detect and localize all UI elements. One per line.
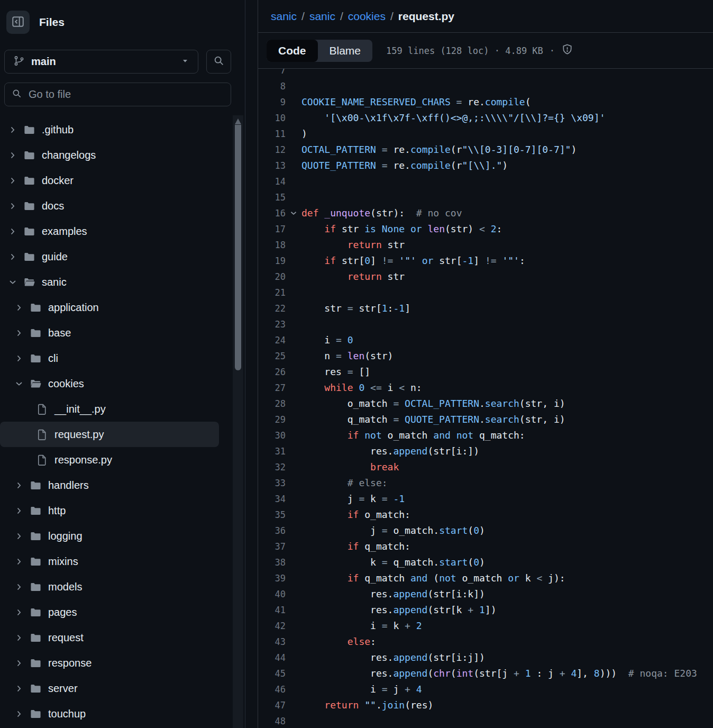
tree-item-guide[interactable]: guide [0,244,219,269]
line-number[interactable]: 26 [258,364,286,380]
fold-chevron-down-icon[interactable] [286,205,301,221]
tree-item-request-py[interactable]: request.py [0,422,219,447]
line-number[interactable]: 8 [258,78,286,94]
chevron-right-icon[interactable] [14,683,24,695]
chevron-right-icon[interactable] [7,124,18,136]
line-number[interactable]: 10 [258,110,286,126]
chevron-right-icon[interactable] [7,200,18,212]
chevron-right-icon[interactable] [14,708,24,720]
chevron-right-icon[interactable] [14,581,24,593]
line-number[interactable]: 40 [258,586,286,602]
line-number[interactable]: 37 [258,539,286,554]
tree-item-examples[interactable]: examples [0,219,219,244]
chevron-right-icon[interactable] [14,606,24,618]
line-number[interactable]: 36 [258,523,286,539]
line-number[interactable]: 20 [258,269,286,285]
line-number[interactable]: 44 [258,650,286,666]
line-number[interactable]: 17 [258,221,286,237]
line-number[interactable]: 28 [258,396,286,412]
line-number[interactable]: 45 [258,666,286,681]
chevron-right-icon[interactable] [14,479,24,492]
tree-item-cookies[interactable]: cookies [0,371,219,396]
collapse-sidebar-button[interactable] [6,11,30,34]
line-number[interactable]: 15 [258,189,286,205]
tree-item-server[interactable]: server [0,676,219,701]
tree-item-docker[interactable]: docker [0,168,219,193]
tree-item-handlers[interactable]: handlers [0,472,219,498]
line-number[interactable]: 34 [258,491,286,507]
tree-item-cli[interactable]: cli [0,345,219,371]
line-number[interactable]: 42 [258,618,286,634]
tree-item-touchup[interactable]: touchup [0,701,219,726]
line-number[interactable]: 11 [258,126,286,142]
line-number[interactable]: 14 [258,174,286,189]
search-this-repo-button[interactable] [206,50,231,74]
chevron-down-icon[interactable] [7,276,18,288]
tree-item-mixins[interactable]: mixins [0,549,219,574]
chevron-right-icon[interactable] [14,530,24,542]
chevron-right-icon[interactable] [14,505,24,517]
tree-item-response-py[interactable]: response.py [0,447,219,472]
line-number[interactable]: 46 [258,681,286,697]
line-number[interactable]: 32 [258,459,286,475]
tree-item-changelogs[interactable]: changelogs [0,142,219,168]
line-number[interactable]: 12 [258,142,286,158]
tree-item-models[interactable]: models [0,574,219,599]
chevron-right-icon[interactable] [14,657,24,669]
tree-item-docs[interactable]: docs [0,193,219,219]
line-number[interactable]: 33 [258,475,286,491]
chevron-right-icon[interactable] [7,149,18,161]
tab-code[interactable]: Code [267,40,318,62]
breadcrumb-link[interactable]: sanic [271,10,297,22]
tree-item-application[interactable]: application [0,295,219,320]
chevron-right-icon[interactable] [14,302,24,314]
shield-alert-icon[interactable] [561,43,573,58]
line-number[interactable]: 48 [258,713,286,728]
chevron-down-icon[interactable] [14,378,24,390]
line-number[interactable]: 47 [258,697,286,713]
line-number[interactable]: 41 [258,602,286,618]
breadcrumb-link[interactable]: cookies [348,10,386,22]
chevron-right-icon[interactable] [7,225,18,238]
line-number[interactable]: 39 [258,570,286,586]
tree-item-request[interactable]: request [0,625,219,650]
line-number[interactable]: 29 [258,412,286,427]
line-number[interactable]: 27 [258,380,286,396]
line-number[interactable]: 22 [258,301,286,316]
tab-blame[interactable]: Blame [318,40,373,62]
chevron-right-icon[interactable] [14,632,24,644]
chevron-right-icon[interactable] [14,352,24,365]
tree-item-http[interactable]: http [0,498,219,523]
line-number[interactable]: 35 [258,507,286,523]
line-number[interactable]: 30 [258,427,286,443]
line-number[interactable]: 7 [258,69,286,78]
tree-item--init-py[interactable]: __init__.py [0,396,219,422]
line-number[interactable]: 13 [258,158,286,174]
line-number[interactable]: 38 [258,554,286,570]
tree-item-logging[interactable]: logging [0,523,219,549]
scrollbar-up-arrow[interactable] [235,119,241,124]
chevron-right-icon[interactable] [7,251,18,263]
branch-selector[interactable]: main [4,50,198,74]
line-number[interactable]: 24 [258,332,286,348]
tree-item-base[interactable]: base [0,320,219,345]
chevron-right-icon[interactable] [14,556,24,568]
line-number[interactable]: 43 [258,634,286,650]
tree-item--github[interactable]: .github [0,117,219,142]
tree-item-sanic[interactable]: sanic [0,269,219,295]
line-number[interactable]: 25 [258,348,286,364]
line-number[interactable]: 21 [258,285,286,301]
line-number[interactable]: 23 [258,316,286,332]
chevron-right-icon[interactable] [7,175,18,187]
go-to-file-input[interactable] [29,88,224,101]
chevron-right-icon[interactable] [14,327,24,339]
tree-item-response[interactable]: response [0,650,219,676]
breadcrumb-link[interactable]: sanic [309,10,335,22]
sidebar-scrollbar-thumb[interactable] [235,125,241,370]
line-number[interactable]: 9 [258,94,286,110]
line-number[interactable]: 16 [258,205,286,221]
line-number[interactable]: 19 [258,253,286,269]
line-number[interactable]: 18 [258,237,286,253]
tree-item-pages[interactable]: pages [0,599,219,625]
line-number[interactable]: 31 [258,443,286,459]
